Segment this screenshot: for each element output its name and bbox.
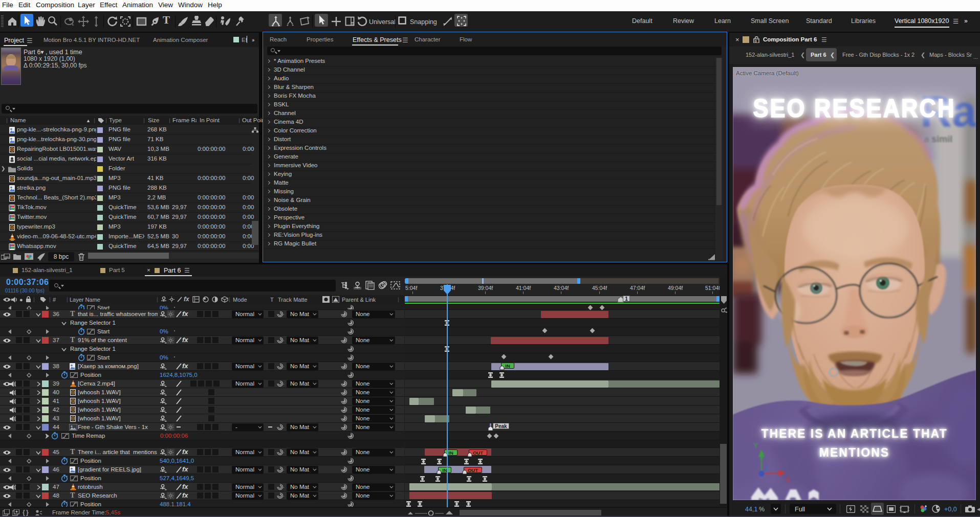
svg-text:·: · bbox=[283, 364, 285, 369]
svg-text:X: X bbox=[786, 476, 791, 484]
svg-text:·: · bbox=[283, 450, 285, 455]
svg-text:·: · bbox=[283, 338, 285, 343]
svg-text:6: 6 bbox=[755, 39, 757, 43]
svg-text:a simil: a simil bbox=[924, 134, 952, 144]
svg-text:·: · bbox=[283, 485, 285, 490]
svg-text:·: · bbox=[283, 381, 285, 387]
svg-text:·: · bbox=[283, 312, 285, 317]
svg-text:·: · bbox=[283, 493, 285, 499]
svg-text:·: · bbox=[283, 425, 285, 430]
svg-text:·: · bbox=[283, 467, 285, 473]
svg-text:Z: Z bbox=[764, 464, 769, 472]
